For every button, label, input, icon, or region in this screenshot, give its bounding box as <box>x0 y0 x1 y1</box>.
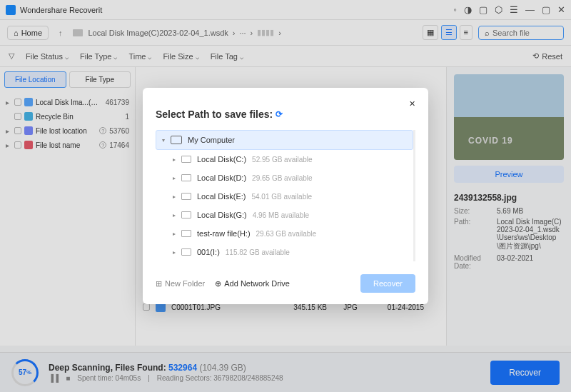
drive-item[interactable]: ▸ test-raw file(H:) 29.63 GB available <box>156 224 413 243</box>
drive-item[interactable]: ▸ Local Disk(C:) 52.95 GB available <box>156 150 413 169</box>
dialog-close-icon[interactable]: ✕ <box>409 99 415 108</box>
folder-plus-icon: ⊞ <box>156 279 162 288</box>
drive-icon <box>181 211 191 218</box>
drive-icon <box>181 174 191 181</box>
drive-name: Local Disk(D:) <box>197 174 246 182</box>
chevron-right-icon: ▸ <box>173 249 176 256</box>
drive-available: 29.63 GB available <box>256 230 317 238</box>
dialog-title: Select Path to save files:⟳ <box>156 109 415 120</box>
drive-icon <box>181 248 191 256</box>
drive-item[interactable]: ▸ Local Disk(D:) 29.65 GB available <box>156 169 413 187</box>
drive-name: Local Disk(E:) <box>197 192 246 201</box>
dialog-recover-button[interactable]: Recover <box>360 274 415 293</box>
save-path-dialog: ✕ Select Path to save files:⟳ ▾ My Compu… <box>143 88 428 304</box>
drive-icon <box>181 230 191 237</box>
drive-icon <box>181 193 191 200</box>
drive-available: 115.82 GB available <box>226 248 290 256</box>
drive-my-computer[interactable]: ▾ My Computer <box>156 130 413 150</box>
chevron-right-icon: ▸ <box>173 231 176 237</box>
drive-name: Local Disk(C:) <box>197 155 246 164</box>
refresh-icon[interactable]: ⟳ <box>276 109 283 119</box>
add-network-drive-button[interactable]: ⊕Add Network Drive <box>215 279 290 288</box>
drive-root-label: My Computer <box>188 136 235 144</box>
drive-available: 4.96 MB available <box>253 211 310 219</box>
drive-name: 001(I:) <box>197 248 220 256</box>
drive-item[interactable]: ▸ Local Disk(G:) 4.96 MB available <box>156 206 413 224</box>
drive-item[interactable]: ▸ 001(I:) 115.82 GB available <box>156 243 413 261</box>
drive-icon <box>181 156 191 163</box>
drive-name: test-raw file(H:) <box>197 229 251 238</box>
modal-overlay: ✕ Select Path to save files:⟳ ▾ My Compu… <box>0 0 571 392</box>
drive-available: 54.01 GB available <box>251 193 312 201</box>
chevron-right-icon: ▸ <box>173 156 176 163</box>
drive-item[interactable]: ▸ Local Disk(E:) 54.01 GB available <box>156 187 413 206</box>
drive-available: 29.65 GB available <box>252 174 313 182</box>
chevron-down-icon: ▾ <box>162 137 165 144</box>
new-folder-button[interactable]: ⊞New Folder <box>156 279 205 288</box>
drive-available: 52.95 GB available <box>252 156 313 164</box>
computer-icon <box>171 136 182 144</box>
drive-name: Local Disk(G:) <box>197 211 247 219</box>
network-icon: ⊕ <box>215 279 221 288</box>
chevron-right-icon: ▸ <box>173 212 176 218</box>
chevron-right-icon: ▸ <box>173 194 176 200</box>
chevron-right-icon: ▸ <box>173 175 176 181</box>
